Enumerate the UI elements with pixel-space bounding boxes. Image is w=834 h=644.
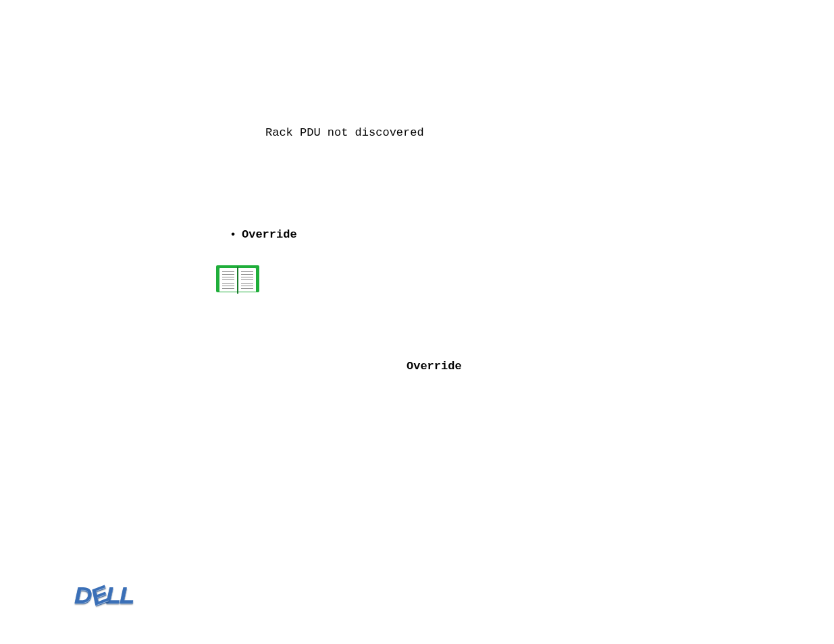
panel-label-override: Override bbox=[407, 360, 462, 373]
section-heading-override: Override bbox=[242, 228, 297, 241]
status-message: Rack PDU not discovered bbox=[265, 126, 424, 139]
dell-logo: DELL bbox=[74, 582, 133, 608]
book-icon bbox=[216, 265, 259, 292]
section-bullet: • bbox=[230, 228, 236, 241]
